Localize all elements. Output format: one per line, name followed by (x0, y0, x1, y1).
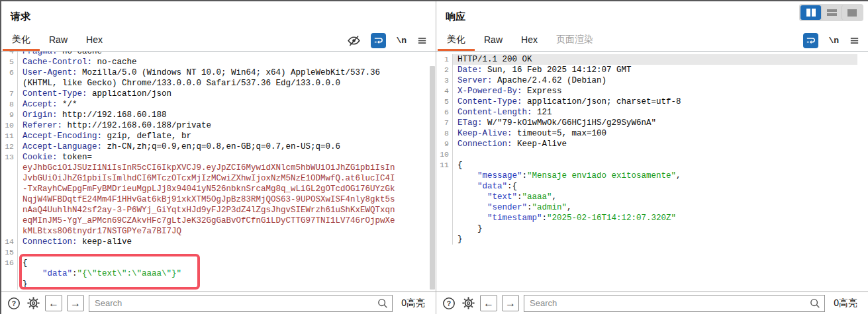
code-line: "sender":"admin", (436, 202, 868, 213)
search-prev-button[interactable]: ← (480, 295, 497, 311)
code-line: 9Origin: http://192.168.60.188 (1, 110, 436, 120)
code-line: } (1, 279, 436, 290)
code-line: 3Server: Apache/2.4.62 (Debian) (436, 75, 868, 86)
code-line: 7ETag: W/"79-kO1wMwOk/G6HCjiHS/g29SyW6nA… (436, 118, 868, 128)
layout-split-columns-button[interactable] (800, 5, 821, 20)
search-magnifier-icon (377, 297, 389, 312)
response-header: 响应 (436, 1, 868, 30)
code-line: 8Keep-Alive: timeout=5, max=100 (436, 128, 868, 139)
code-line: "message":"Mensaje enviado exitosamente"… (436, 171, 868, 181)
tab-raw[interactable]: Raw (40, 30, 77, 51)
hide-headers-eye-icon[interactable] (347, 34, 361, 48)
svg-text:?: ? (447, 299, 451, 307)
tab-render[interactable]: 页面渲染 (547, 30, 603, 51)
code-line: 8Accept: */* (1, 99, 436, 110)
code-line: 14Connection: keep-alive (1, 237, 436, 247)
code-line: 4Pragma: no-cache (1, 52, 436, 57)
search-next-button[interactable]: → (502, 295, 519, 311)
highlight-count: 0高亮 (401, 297, 425, 309)
code-line: 10 (436, 149, 868, 160)
tab-hex[interactable]: Hex (77, 30, 112, 51)
code-line: 6Content-Length: 121 (436, 107, 868, 118)
search-magnifier-icon (809, 297, 821, 312)
tab-pretty[interactable]: 美化 (438, 30, 475, 51)
response-title: 响应 (446, 11, 465, 23)
tab-hex[interactable]: Hex (512, 30, 547, 51)
highlight-count: 0高亮 (834, 297, 857, 309)
settings-gear-icon[interactable] (461, 296, 475, 311)
code-line: 5Cache-Control: no-cache (1, 57, 436, 67)
code-line: 2Date: Sun, 16 Feb 2025 14:12:07 GMT (436, 65, 868, 75)
code-line: 10Referer: http://192.168.60.188/private (1, 120, 436, 131)
editor-menu-icon[interactable] (416, 35, 428, 46)
code-line: "timestamp":"2025-02-16T14:12:07.320Z" (436, 213, 868, 223)
code-line: (KHTML, like Gecko) Chrome/133.0.0.0 Saf… (1, 78, 436, 89)
code-line: nAaQ4UuhlhN42sf2ay-3-P6WYj_GiYqtxHJd9yFJ… (1, 205, 436, 216)
code-line: 11Accept-Encoding: gzip, deflate, br (1, 131, 436, 141)
response-statusbar: ? ← → 0高亮 (436, 292, 868, 314)
code-line: } (436, 223, 868, 234)
code-line: -TxRayhCwEpgFmFyBMDrieuMgpLJj8x94041yN52… (1, 184, 436, 194)
tab-raw[interactable]: Raw (475, 30, 512, 51)
request-statusbar: ? ← → 0高亮 (1, 292, 436, 314)
code-line: 6User-Agent: Mozilla/5.0 (Windows NT 10.… (1, 67, 436, 78)
code-line: 7Content-Type: application/json (1, 89, 436, 99)
code-line: JvbGUiOiJhZG1pbiIsImlhdCI6MTczOTcxMjIzMC… (1, 173, 436, 184)
response-search-input[interactable] (524, 295, 825, 312)
help-icon[interactable]: ? (7, 296, 21, 311)
request-search-input[interactable] (89, 295, 393, 312)
help-icon[interactable]: ? (442, 296, 456, 311)
code-line: NqjW4WFBDqtfE24Mm4F1HHvGat6kBj91xkXTM5Og… (1, 194, 436, 205)
request-title: 请求 (11, 11, 30, 23)
response-panel: 响应 美化 Raw Hex 页面渲染 \n 1HTTP (436, 1, 868, 314)
http-message-viewer: 请求 美化 Raw Hex \n 4Pragma: no-cache5Cache… (0, 0, 868, 314)
code-line: "data":"{\"text\":\"aaaa\"}" (1, 268, 436, 279)
code-line: kMLBtxs8O6tnydr17NSTGPYe7a7BI7JQ (1, 226, 436, 237)
response-tabbar: 美化 Raw Hex 页面渲染 \n (436, 30, 868, 52)
code-line: 12Accept-Language: zh-CN,zh;q=0.9,en;q=0… (1, 141, 436, 152)
request-panel: 请求 美化 Raw Hex \n 4Pragma: no-cache5Cache… (1, 1, 436, 314)
layout-toggle-group (799, 4, 863, 21)
wrap-lines-icon[interactable] (371, 33, 386, 48)
layout-single-button[interactable] (842, 5, 862, 20)
search-prev-button[interactable]: ← (45, 295, 62, 311)
code-line: 16{ (1, 258, 436, 268)
code-line: } (436, 234, 868, 245)
request-editor[interactable]: 4Pragma: no-cache5Cache-Control: no-cach… (1, 52, 436, 292)
code-line: 11{ (436, 160, 868, 171)
editor-menu-icon[interactable] (849, 35, 860, 46)
code-line: 5Content-Type: application/json; charset… (436, 97, 868, 107)
show-newlines-icon[interactable]: \n (828, 36, 839, 46)
settings-gear-icon[interactable] (26, 296, 40, 311)
tab-pretty[interactable]: 美化 (3, 30, 40, 51)
code-line: 9Connection: Keep-Alive (436, 139, 868, 149)
code-line: 15 (1, 247, 436, 258)
svg-text:?: ? (12, 299, 16, 307)
code-line: "text":"aaaa", (436, 192, 868, 202)
wrap-lines-icon[interactable] (803, 33, 818, 48)
response-viewer[interactable]: 1HTTP/1.1 200 OK2Date: Sun, 16 Feb 2025 … (436, 52, 868, 292)
show-newlines-icon[interactable]: \n (396, 36, 407, 46)
request-scrollbar-thumb[interactable] (430, 66, 435, 290)
search-next-button[interactable]: → (67, 295, 84, 311)
layout-split-rows-button[interactable] (821, 5, 842, 20)
code-line: eqMInJM5-YgY_aPMcn69CZAkvHFc7gLtJeK32GgG… (1, 216, 436, 226)
code-line: 1HTTP/1.1 200 OK (436, 54, 868, 65)
code-line: "data":{ (436, 181, 868, 192)
code-line: 4X-Powered-By: Express (436, 86, 868, 97)
request-header: 请求 (1, 1, 436, 30)
code-line: eyJhbGciOiJSUzI1NiIsInR5cCI6IkpXVCJ9.eyJ… (1, 163, 436, 173)
request-tabbar: 美化 Raw Hex \n (1, 30, 436, 52)
code-line: 13Cookie: token= (1, 152, 436, 163)
